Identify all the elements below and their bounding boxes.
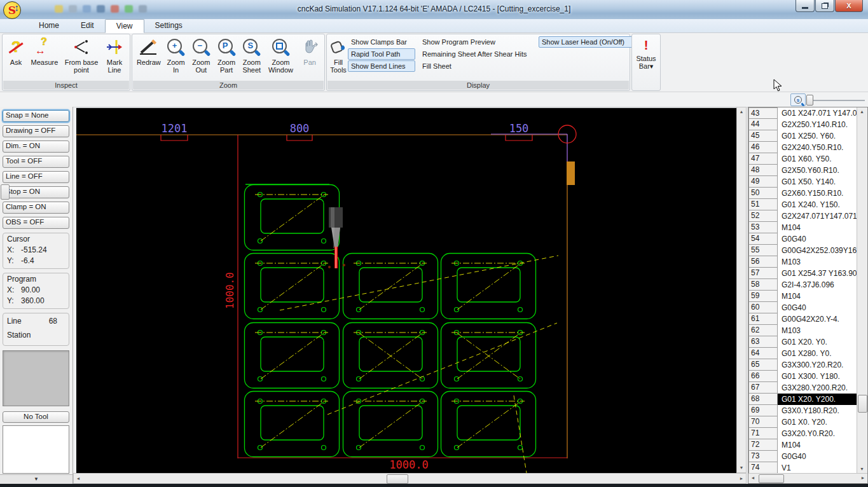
gcode-row[interactable]: 70G01 X0. Y20. [748, 416, 857, 428]
sidebar-expand-strip[interactable]: ▼ [0, 474, 72, 484]
minimize-button[interactable] [796, 0, 815, 12]
pan-button[interactable]: Pan [297, 34, 322, 81]
redraw-button[interactable]: Redraw [134, 34, 163, 81]
sidebar-toggle-snap[interactable]: Snap = None [3, 110, 69, 122]
gcode-row[interactable]: 73G0G40 [748, 451, 857, 462]
gcode-line-text[interactable]: G0G40 [778, 233, 857, 245]
scroll-right-icon[interactable]: ► [737, 474, 746, 483]
remaining-sheet-after-shear-hits-toggle[interactable]: Remaining Sheet After Shear Hits [419, 48, 535, 60]
gcode-line-text[interactable]: M103 [778, 325, 857, 336]
gcode-row[interactable]: 54G0G40 [748, 233, 857, 245]
tab-settings[interactable]: Settings [144, 19, 193, 33]
scroll-down-icon[interactable]: ▼ [857, 465, 867, 474]
sidebar-toggle-clamp[interactable]: Clamp = ON [3, 202, 69, 214]
from-base-point-button[interactable]: From base point [62, 34, 101, 81]
tab-home[interactable]: Home [28, 19, 70, 33]
gcode-line-selected[interactable]: G01 X20. Y200. [778, 394, 857, 405]
gcode-row[interactable]: 59M104 [748, 291, 857, 302]
gcode-row[interactable]: 66G01 X300. Y180. [748, 371, 857, 382]
gcode-row[interactable]: 63G01 X20. Y0. [748, 336, 857, 348]
tab-view[interactable]: View [105, 19, 144, 33]
gcode-line-text[interactable]: G01 X240. Y150. [778, 199, 857, 210]
gcode-line-text[interactable]: G01 X0. Y20. [778, 416, 857, 428]
gcode-line-text[interactable]: G01 X60. Y50. [778, 153, 857, 165]
gcode-row[interactable]: 67G3X280.Y200.R20. [748, 382, 857, 394]
gcode-line-text[interactable]: M104 [778, 439, 857, 451]
gcode-row[interactable]: 51G01 X240. Y150. [748, 199, 857, 210]
sidebar-toggle-drawing[interactable]: Drawing = OFF [3, 125, 69, 137]
gcode-row[interactable]: 45G01 X250. Y60. [748, 130, 857, 142]
gcode-row[interactable]: 52G2X247.071Y147.071R [748, 210, 857, 222]
gcode-line-text[interactable]: G2I-4.37J6.096 [778, 279, 857, 291]
gcode-line-text[interactable]: V1 [778, 462, 857, 474]
gcode-row[interactable]: 47G01 X60. Y50. [748, 153, 857, 165]
scroll-up-icon[interactable]: ▲ [857, 107, 867, 116]
simulation-canvas[interactable]: 1201 800 150 1000.0 1000.0 [76, 108, 735, 473]
gcode-line-text[interactable]: G01 X300. Y180. [778, 371, 857, 382]
canvas-vertical-scrollbar[interactable]: ▲ ▼ [736, 107, 747, 473]
scroll-left-icon[interactable]: ◄ [74, 474, 83, 483]
gcode-line-text[interactable]: G01 X247.071 Y147.07 [778, 107, 857, 119]
close-button[interactable]: X [835, 0, 863, 12]
show-bend-lines-toggle[interactable]: Show Bend Lines [348, 60, 415, 72]
gcode-row[interactable]: 68G01 X20. Y200. [748, 394, 857, 405]
gcode-row[interactable]: 74V1 [748, 462, 857, 474]
gcode-line-text[interactable]: G01 X254.37 Y163.904 [778, 268, 857, 279]
gcode-line-text[interactable]: G0G40 [778, 451, 857, 462]
sidebar-toggle-line[interactable]: Line = OFF [3, 171, 69, 183]
fill-sheet-toggle[interactable]: Fill Sheet [419, 60, 535, 72]
gcode-line-text[interactable]: M103 [778, 256, 857, 268]
fill-tools-button[interactable]: Fill Tools [329, 34, 348, 81]
zoom-out-button[interactable]: − Zoom Out [188, 34, 214, 81]
zoom-window-button[interactable]: Zoom Window [265, 34, 298, 81]
gcode-line-text[interactable]: G01 X250. Y60. [778, 130, 857, 142]
gcode-line-text[interactable]: G3X20.Y0.R20. [778, 428, 857, 439]
sidebar-toggle-tool[interactable]: Tool = OFF [3, 156, 69, 168]
gcode-row[interactable]: 50G2X60.Y150.R10. [748, 188, 857, 199]
gcode-line-text[interactable]: G2X50.Y60.R10. [778, 165, 857, 176]
scroll-left-icon[interactable]: ◄ [748, 474, 757, 483]
gcode-line-text[interactable]: G3X300.Y20.R20. [778, 359, 857, 371]
no-tool-button[interactable]: No Tool [3, 411, 69, 423]
gcode-line-text[interactable]: G2X250.Y140.R10. [778, 119, 857, 130]
canvas-area[interactable]: 1201 800 150 1000.0 1000.0 [76, 107, 736, 473]
measure-button[interactable]: ?↔ Measure [27, 34, 62, 81]
tab-edit[interactable]: Edit [70, 19, 105, 33]
zoom-sheet-button[interactable]: S Zoom Sheet [239, 34, 265, 81]
sidebar-toggle-obs[interactable]: OBS = OFF [3, 217, 69, 229]
gcode-row[interactable]: 55G00G42X252.039Y167. [748, 245, 857, 256]
gcode-line-text[interactable]: G01 X20. Y0. [778, 336, 857, 348]
gcode-row[interactable]: 48G2X50.Y60.R10. [748, 165, 857, 176]
canvas-hscroll-thumb[interactable] [387, 474, 408, 484]
gcode-row[interactable]: 49G01 X50. Y140. [748, 176, 857, 188]
show-program-preview-toggle[interactable]: Show Program Preview [419, 36, 535, 48]
zoom-in-button[interactable]: + Zoom In [163, 34, 189, 81]
gcode-line-text[interactable]: G00G42X252.039Y167. [778, 245, 857, 256]
gcode-row[interactable]: 60G0G40 [748, 302, 857, 313]
rapid-tool-path-toggle[interactable]: Rapid Tool Path [348, 48, 415, 60]
gcode-line-text[interactable]: G2X240.Y50.R10. [778, 142, 857, 153]
restore-button[interactable] [815, 0, 834, 12]
gcode-row[interactable]: 71G3X20.Y0.R20. [748, 428, 857, 439]
mark-line-button[interactable]: Mark Line [101, 34, 128, 81]
sidebar-toggle-stop[interactable]: Stop = ON [3, 186, 69, 198]
gcode-row[interactable]: 44G2X250.Y140.R10. [748, 119, 857, 130]
gcode-hscroll-thumb[interactable] [759, 474, 784, 483]
gcode-row[interactable]: 43G01 X247.071 Y147.07 [748, 107, 857, 119]
gcode-line-text[interactable]: G2X60.Y150.R10. [778, 188, 857, 199]
scroll-down-icon[interactable]: ▼ [737, 463, 746, 472]
gcode-vscroll-thumb[interactable] [858, 395, 867, 413]
gcode-zoom-button[interactable]: s [790, 93, 806, 106]
gcode-row[interactable]: 72M104 [748, 439, 857, 451]
gcode-row[interactable]: 56M103 [748, 256, 857, 268]
gcode-line-text[interactable]: G01 X280. Y0. [778, 348, 857, 359]
gcode-zoom-slider-track[interactable] [809, 100, 865, 101]
ask-button[interactable]: ? Ask [4, 34, 27, 81]
gcode-row[interactable]: 69G3X0.Y180.R20. [748, 405, 857, 416]
status-bar-button[interactable]: ! Status Bar▾ [632, 34, 660, 81]
sidebar-toggle-dim[interactable]: Dim. = ON [3, 141, 69, 153]
canvas-horizontal-scrollbar[interactable]: ◄ ► [73, 473, 747, 484]
canvas-vscroll-thumb[interactable] [1, 184, 10, 200]
gcode-row[interactable]: 62M103 [748, 325, 857, 336]
scroll-right-icon[interactable]: ► [858, 474, 867, 483]
